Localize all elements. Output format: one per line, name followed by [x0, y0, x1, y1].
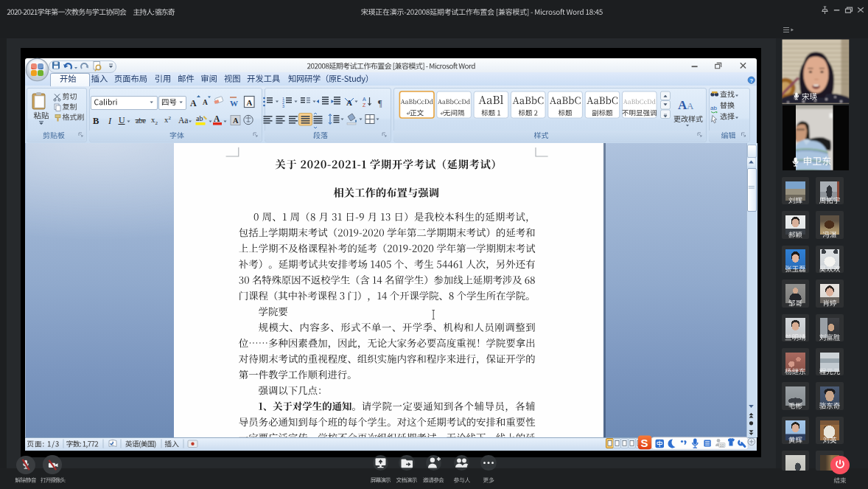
- svg-text:ab: ab: [710, 105, 717, 111]
- svg-text:2: 2: [155, 120, 158, 126]
- svg-text:A: A: [363, 97, 366, 102]
- svg-text:A: A: [203, 99, 208, 106]
- svg-text:I: I: [108, 116, 112, 126]
- svg-text:10: 10: [720, 443, 724, 448]
- svg-text:A: A: [247, 98, 253, 107]
- svg-text:3: 3: [282, 104, 284, 108]
- svg-text:ab: ab: [196, 114, 203, 122]
- svg-text:abe: abe: [136, 117, 146, 125]
- svg-text:¶: ¶: [378, 98, 382, 108]
- svg-text:Aa: Aa: [178, 116, 188, 125]
- svg-text:S: S: [641, 437, 648, 449]
- svg-text:B: B: [93, 116, 99, 126]
- svg-text:?: ?: [750, 77, 754, 84]
- svg-text:Z: Z: [363, 103, 366, 108]
- svg-text:A: A: [190, 98, 197, 108]
- svg-text:A: A: [687, 100, 694, 111]
- svg-text:A: A: [233, 117, 239, 125]
- svg-text:U: U: [119, 115, 125, 125]
- svg-text:W: W: [230, 99, 238, 108]
- svg-text:A: A: [214, 114, 220, 123]
- svg-text:2: 2: [169, 115, 172, 121]
